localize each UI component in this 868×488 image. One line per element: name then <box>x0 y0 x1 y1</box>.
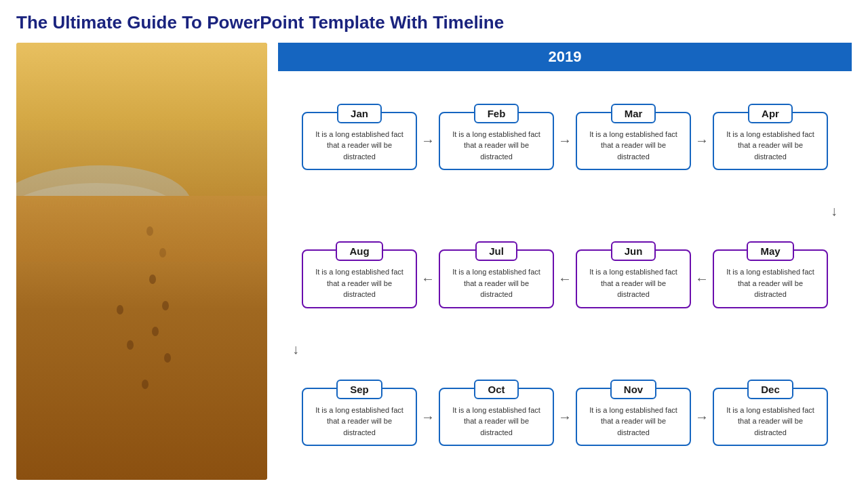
arrow-jun-may <box>694 274 710 285</box>
month-card-apr: Apr It is a long established fact that a… <box>713 112 828 171</box>
month-text-sep: It is a long established fact that a rea… <box>303 405 416 439</box>
timeline-row-2: Aug It is a long established fact that a… <box>278 216 852 342</box>
month-label-oct: Oct <box>474 380 518 399</box>
month-text-may: It is a long established fact that a rea… <box>714 266 827 300</box>
month-label-feb: Feb <box>474 104 519 123</box>
sand-decoration <box>16 196 267 480</box>
connector-row-2 <box>278 342 852 354</box>
month-card-oct: Oct It is a long established fact that a… <box>439 388 554 447</box>
month-card-jul: Jul It is a long established fact that a… <box>439 249 554 308</box>
footprint <box>152 327 159 336</box>
arrow-mar-apr <box>694 136 710 146</box>
wave-decoration <box>16 157 195 261</box>
footprint <box>159 248 166 258</box>
arrow-nov-dec <box>694 411 710 422</box>
month-label-jun: Jun <box>611 241 656 261</box>
footprint <box>117 305 123 314</box>
timeline-row-3: Sep It is a long established fact that a… <box>278 354 852 480</box>
month-text-dec: It is a long established fact that a rea… <box>714 405 827 439</box>
beach-image <box>16 43 267 480</box>
month-label-nov: Nov <box>610 380 656 399</box>
arrow-feb-mar <box>557 136 573 146</box>
arrow-aug-jul <box>420 274 436 285</box>
month-text-mar: It is a long established fact that a rea… <box>577 129 690 163</box>
footprint <box>127 340 134 350</box>
month-text-jun: It is a long established fact that a rea… <box>577 266 690 300</box>
year-header: 2019 <box>278 43 852 71</box>
month-label-aug: Aug <box>336 241 382 261</box>
month-card-nov: Nov It is a long established fact that a… <box>576 388 691 447</box>
month-text-jul: It is a long established fact that a rea… <box>440 266 553 300</box>
page-title: The Ultimate Guide To PowerPoint Templat… <box>16 12 852 33</box>
month-text-feb: It is a long established fact that a rea… <box>440 129 553 163</box>
footprint <box>149 274 156 284</box>
month-text-jan: It is a long established fact that a rea… <box>303 129 416 163</box>
timeline-panel: 2019 Jan It is a long established fact t… <box>278 43 852 480</box>
arrow-sep-oct <box>420 411 436 422</box>
footprint <box>142 380 149 389</box>
month-label-sep: Sep <box>336 380 382 399</box>
month-label-jan: Jan <box>337 104 382 123</box>
month-label-dec: Dec <box>747 380 793 399</box>
month-card-mar: Mar It is a long established fact that a… <box>576 112 691 171</box>
month-label-jul: Jul <box>475 241 517 261</box>
arrow-jan-feb <box>420 136 436 146</box>
month-label-apr: Apr <box>748 104 793 123</box>
timeline-row-1: Jan It is a long established fact that a… <box>278 78 852 204</box>
month-text-nov: It is a long established fact that a rea… <box>577 405 690 439</box>
month-text-apr: It is a long established fact that a rea… <box>714 129 827 163</box>
month-text-oct: It is a long established fact that a rea… <box>440 405 553 439</box>
page: The Ultimate Guide To PowerPoint Templat… <box>0 0 868 488</box>
footprint <box>146 226 153 236</box>
content-area: 2019 Jan It is a long established fact t… <box>16 43 852 480</box>
month-card-may: May It is a long established fact that a… <box>713 249 828 308</box>
month-label-mar: Mar <box>611 104 656 123</box>
month-card-aug: Aug It is a long established fact that a… <box>302 249 417 308</box>
month-card-dec: Dec It is a long established fact that a… <box>713 388 828 447</box>
month-text-aug: It is a long established fact that a rea… <box>303 266 416 300</box>
wave2-decoration <box>16 178 181 249</box>
month-card-jun: Jun It is a long established fact that a… <box>576 249 691 308</box>
timeline-rows: Jan It is a long established fact that a… <box>278 78 852 480</box>
month-label-may: May <box>747 241 793 261</box>
image-panel <box>16 43 267 480</box>
month-card-jan: Jan It is a long established fact that a… <box>302 112 417 171</box>
arrow-oct-nov <box>557 411 573 422</box>
arrow-jul-jun <box>557 274 573 285</box>
month-card-feb: Feb It is a long established fact that a… <box>439 112 554 171</box>
footprint <box>162 301 169 310</box>
connector-row-1 <box>278 204 852 216</box>
month-card-sep: Sep It is a long established fact that a… <box>302 388 417 447</box>
